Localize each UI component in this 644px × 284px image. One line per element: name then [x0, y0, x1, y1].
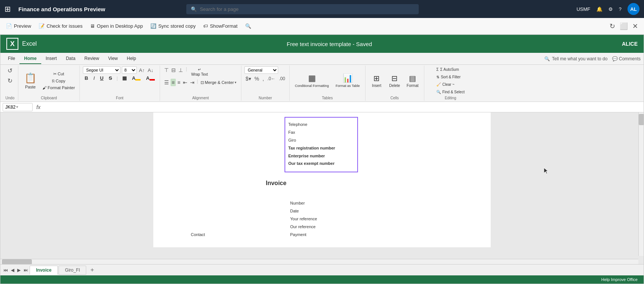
align-center-button[interactable]: ≡ — [171, 79, 176, 86]
sync-action[interactable]: 🔄 Sync stored copy — [150, 23, 196, 29]
preview-action[interactable]: 📄 Preview — [6, 23, 31, 29]
sheet-nav-last[interactable]: ⏭ — [22, 267, 30, 274]
tab-review[interactable]: Review — [80, 54, 103, 64]
spreadsheet-area[interactable]: Telephone Fax Giro Tax registration numb… — [0, 112, 644, 264]
align-bottom-button[interactable]: ⊥ — [177, 66, 184, 78]
search-input[interactable] — [200, 6, 414, 12]
increase-decimal-button[interactable]: .00 — [278, 75, 286, 82]
invoice-fields: Number Date Your reference Our reference… — [290, 199, 317, 238]
font-color-button[interactable]: A — [144, 75, 156, 81]
cut-button[interactable]: ✂ Cut — [41, 71, 76, 77]
cell-tax-reg: Tax registration number — [288, 144, 354, 152]
close-icon[interactable]: ✕ — [632, 22, 638, 30]
clear-button[interactable]: 🧹 Clear ~ — [434, 81, 457, 88]
avatar[interactable]: AL — [628, 3, 640, 15]
sheet-nav-next[interactable]: ▶ — [16, 267, 22, 274]
clipboard-label: Clipboard — [41, 95, 57, 100]
dollar-button[interactable]: $▾ — [244, 75, 252, 82]
font-size-select[interactable]: 8 — [122, 66, 137, 74]
text-align-row: ⊤ ⊟ ⊥ | ↵ Wrap Text — [163, 66, 210, 78]
format-table-label: Format as Table — [335, 84, 359, 88]
autosum-button[interactable]: Σ Σ AutoSum — [434, 66, 461, 73]
align-right-button[interactable]: ≡ — [176, 79, 181, 86]
percent-button[interactable]: % — [253, 75, 260, 82]
paste-button[interactable]: 📋 Paste — [21, 71, 39, 91]
align-top-button[interactable]: ⊤ — [163, 66, 170, 78]
undo-button[interactable]: ↺ — [6, 66, 14, 75]
clear-icon: 🧹 — [436, 82, 441, 87]
tab-data[interactable]: Data — [61, 54, 80, 64]
delete-button[interactable]: ⊟ Delete — [386, 73, 403, 89]
refresh-icon[interactable]: ↻ — [610, 22, 615, 30]
conditional-formatting-button[interactable]: ▦ Conditional Formatting — [293, 72, 331, 89]
insert-button[interactable]: ⊞ Insert — [368, 73, 385, 89]
align-left-button[interactable]: ☰ — [163, 79, 170, 86]
grow-font-button[interactable]: A↑ — [138, 67, 145, 73]
sheet-tab-giro-fi[interactable]: Giro_FI — [58, 266, 86, 275]
action-bar: 📄 Preview 📝 Check for issues 🖥 Open in D… — [0, 18, 644, 34]
search-bar[interactable]: 🔍 — [186, 4, 419, 14]
tab-file[interactable]: File — [3, 54, 19, 64]
bold-button[interactable]: B — [83, 75, 90, 81]
find-select-button[interactable]: 🔍 Find & Select — [434, 89, 467, 95]
bell-icon[interactable]: 🔔 — [596, 6, 602, 12]
doc-saved-status: Saved — [356, 41, 372, 47]
app-grid-icon[interactable]: ⊞ — [4, 4, 11, 13]
format-button[interactable]: ▤ Format — [404, 73, 421, 89]
merge-center-button[interactable]: ⊡ Merge & Center ▾ — [199, 79, 238, 86]
tell-me[interactable]: 🔍 Tell me what you want to do — [544, 56, 608, 61]
nav-right: USMF 🔔 ⚙ ? AL — [577, 3, 640, 15]
align-middle-button[interactable]: ⊟ — [170, 66, 177, 78]
cell-reference-box[interactable]: JK82 ▾ — [3, 103, 33, 111]
check-for-issues-action[interactable]: 📝 Check for issues — [39, 23, 82, 29]
field-date: Date — [290, 207, 317, 215]
tab-view[interactable]: View — [103, 54, 122, 64]
restore-icon[interactable]: ⬜ — [620, 22, 628, 30]
number-format-select[interactable]: General — [244, 66, 278, 74]
font-name-select[interactable]: Segoe UI — [83, 66, 120, 74]
format-label: ShowFormat — [210, 23, 238, 29]
format-table-icon: 📊 — [343, 73, 353, 83]
editing-group: Σ Σ AutoSum ⇅ Sort & Filter 🧹 Clear ~ 🔍 … — [424, 66, 477, 101]
search-action[interactable]: 🔍 — [245, 23, 251, 29]
sort-label: Sort & Filter — [441, 75, 461, 79]
increase-indent-button[interactable]: ⇥ — [189, 79, 196, 86]
comments-button[interactable]: 💬 Comments — [612, 56, 641, 61]
comma-button[interactable]: , — [261, 75, 265, 82]
vertical-scrollbar[interactable] — [638, 112, 644, 256]
tab-home[interactable]: Home — [19, 54, 41, 64]
preview-label: Preview — [14, 23, 31, 29]
formula-input[interactable] — [44, 105, 641, 110]
cell-giro: Giro — [288, 136, 354, 144]
show-format-action[interactable]: 🏷 ShowFormat — [203, 23, 238, 29]
decrease-indent-button[interactable]: ⇤ — [182, 79, 189, 86]
sheet-nav-first[interactable]: ⏮ — [2, 267, 9, 274]
italic-button[interactable]: I — [91, 75, 97, 81]
wrap-text-button[interactable]: ↵ Wrap Text — [189, 66, 210, 78]
sort-icon: ⇅ — [436, 75, 439, 79]
fill-color-button[interactable]: A — [130, 75, 142, 81]
fx-label: fx — [36, 104, 40, 110]
gear-icon[interactable]: ⚙ — [608, 6, 613, 12]
decrease-decimal-button[interactable]: .0← — [266, 75, 277, 82]
shrink-font-button[interactable]: A↓ — [147, 67, 154, 73]
border-button[interactable]: ▦ — [120, 75, 129, 81]
strikethrough-button[interactable]: S — [107, 75, 114, 81]
sheet-nav-prev[interactable]: ◀ — [9, 267, 16, 274]
underline-button[interactable]: U — [98, 75, 105, 81]
open-desktop-action[interactable]: 🖥 Open in Desktop App — [90, 23, 143, 29]
sort-filter-button[interactable]: ⇅ Sort & Filter — [434, 74, 463, 80]
format-as-table-button[interactable]: 📊 Format as Table — [333, 72, 362, 89]
sheet-tab-invoice[interactable]: Invoice — [30, 266, 58, 275]
tab-insert[interactable]: Insert — [41, 54, 61, 64]
merge-caret-icon: ▾ — [235, 81, 237, 84]
add-sheet-button[interactable]: ＋ — [87, 265, 97, 275]
ribbon-tabs: File Home Insert Data Review View Help 🔍… — [0, 53, 644, 65]
horizontal-scrollbar[interactable] — [0, 259, 638, 264]
format-painter-button[interactable]: 🖌 Format Painter — [41, 85, 76, 91]
help-icon[interactable]: ? — [619, 6, 622, 12]
clear-label: Clear ~ — [442, 82, 455, 87]
redo-button[interactable]: ↻ — [6, 76, 14, 85]
copy-button[interactable]: ⎘ Copy — [41, 78, 76, 84]
tab-help[interactable]: Help — [122, 54, 141, 64]
